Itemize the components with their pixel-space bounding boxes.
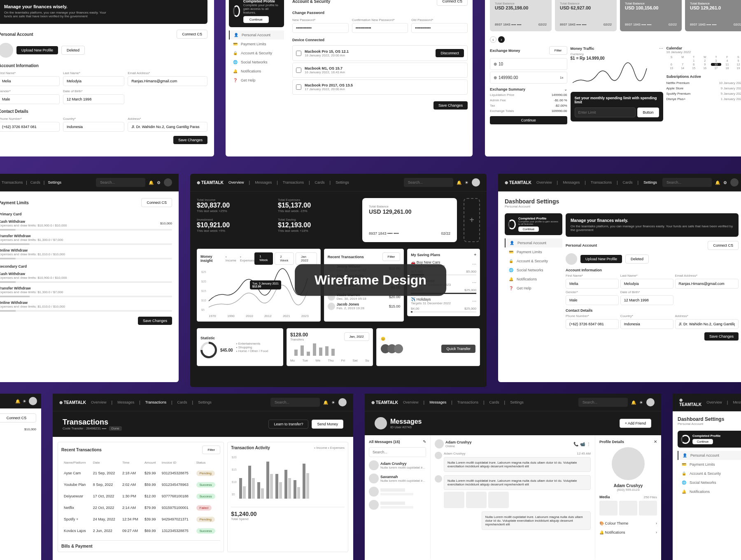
balance-card[interactable]: Total BalanceUSD 100,156.008937 1843 •••… [620, 0, 682, 31]
bell-icon[interactable]: 🔔 [457, 180, 461, 185]
currency-input[interactable]: ⊕149990.001x [490, 72, 567, 84]
thread-item[interactable]: Adam CrushyyNulla lorem mollit cupidatat… [369, 460, 426, 470]
dob-input[interactable] [63, 94, 124, 104]
sidebar-item[interactable]: 🔒Account & Security [505, 257, 562, 266]
credit-card[interactable]: Total Balance USD 129,261.00 8937 1843 •… [362, 198, 457, 242]
avatar[interactable] [29, 397, 37, 405]
table-row[interactable]: Youtube Plan8 Sep, 20222:02 AM$59.999312… [62, 479, 219, 490]
send-money-button[interactable]: Send Money [312, 420, 343, 429]
search-input[interactable] [96, 178, 145, 187]
nav-messages[interactable]: Messages [252, 180, 275, 184]
sun-icon[interactable]: ☀ [23, 399, 26, 404]
sidebar-item[interactable]: 🔔Notifications [505, 275, 562, 284]
email-input[interactable] [128, 76, 207, 86]
limit-input[interactable] [575, 107, 636, 117]
tab-2week[interactable]: 2 Week [275, 252, 294, 265]
nav-cards[interactable]: Cards [312, 180, 328, 184]
nav-prev-icon[interactable]: ‹ [490, 36, 496, 43]
device-checkbox[interactable] [296, 51, 301, 56]
option-row[interactable]: 🎨 Colour Theme› [599, 519, 657, 528]
continue-button[interactable]: Continue [243, 16, 269, 23]
nav-transactions[interactable]: Transactions [280, 180, 307, 184]
currency-input[interactable]: ⊕10 [490, 58, 567, 70]
save-button[interactable]: Save Changes [173, 136, 207, 144]
msg-search-input[interactable] [369, 447, 426, 457]
table-row[interactable]: Spotify +24 May, 202212:34 PM$39.9994294… [62, 514, 219, 525]
new-pw-input[interactable] [292, 23, 349, 33]
chevron-down-icon[interactable]: ⌄ [564, 87, 567, 91]
sidebar-item-social[interactable]: 🌐Social Networks [229, 58, 284, 67]
nav-next-icon[interactable]: › [498, 36, 505, 43]
bell-icon[interactable]: 🔔 [715, 180, 720, 185]
table-row[interactable]: Deiyuewusr17 Oct, 20221:30 PM$12.0093777… [62, 491, 219, 502]
save-button[interactable]: Save Changes [433, 101, 468, 110]
gear-icon[interactable]: ⚙ [723, 180, 727, 185]
edit-icon[interactable]: ✎ [423, 439, 426, 444]
more-icon[interactable]: ⋯ [659, 46, 663, 51]
bell-icon[interactable]: 🔔 [15, 399, 20, 404]
sidebar-item[interactable]: ❓Get Help [505, 284, 562, 293]
nav-overview[interactable]: Overview [225, 180, 247, 184]
balance-card[interactable]: Total BalanceUSD 235,198.008937 1843 •••… [490, 0, 552, 31]
table-row[interactable]: Ayse Cam21 Sep, 20222:18 AM$29.999312345… [62, 468, 219, 478]
tab-week[interactable]: 1 Week [254, 252, 273, 265]
sidebar-item-security[interactable]: 🔒Account & Security [229, 49, 284, 58]
close-icon[interactable]: ✕ [654, 439, 657, 444]
disconnect-button[interactable]: Disconnect [436, 49, 464, 57]
video-icon[interactable]: 📹 [580, 442, 585, 446]
add-friend-button[interactable]: + Add Friend [620, 419, 651, 428]
balance-card[interactable]: Total BalanceUSD 62,927.008937 1843 ••••… [555, 0, 617, 31]
tab-month[interactable]: Jan 2022 [296, 252, 317, 265]
upload-profile-button[interactable]: Upload New Profile [16, 46, 58, 54]
more-icon[interactable]: ⋮ [587, 442, 591, 446]
save-button[interactable]: Save Changes [138, 317, 172, 325]
sidebar-item-notifications[interactable]: 🔔Notifications [229, 67, 284, 76]
sidebar-item-limits[interactable]: 💳Payment Limits [229, 40, 284, 49]
bell-icon[interactable]: 🔔 [149, 180, 154, 185]
connect-cs-button[interactable]: Connect CS [437, 0, 468, 6]
phone-input[interactable] [0, 122, 60, 132]
quick-transfer-button[interactable]: Quick Transfer [441, 345, 475, 353]
nav-settings[interactable]: Settings [332, 180, 352, 184]
confirm-pw-input[interactable] [352, 23, 408, 33]
thread-item[interactable] [369, 487, 426, 497]
avatar[interactable] [164, 178, 172, 187]
more-icon[interactable]: ⋯ [472, 262, 476, 266]
continue-button[interactable]: Continue [490, 116, 567, 124]
search-input[interactable] [270, 398, 320, 407]
last-name-input[interactable] [63, 76, 124, 86]
delete-profile-button[interactable]: Deleted [61, 46, 85, 55]
avatar[interactable] [472, 178, 480, 187]
learn-button[interactable]: Learn to transfer? [268, 420, 308, 429]
sidebar-item[interactable]: 💳Payment Limits [505, 247, 562, 257]
sidebar-item[interactable]: 👤Personal Account [505, 238, 562, 247]
search-input[interactable] [578, 398, 628, 407]
old-pw-input[interactable] [411, 23, 468, 33]
device-checkbox[interactable] [296, 84, 301, 90]
gender-input[interactable] [0, 94, 60, 104]
calendar-grid[interactable]: SMTWTFS 12345 6789101112 13141516171819 [666, 56, 741, 70]
filter-button[interactable]: Filter [202, 446, 220, 454]
plan-row[interactable]: ✈️ HolidaysTargets 31 December 2022⋯$4,0… [411, 297, 476, 313]
thread-item[interactable]: SavannahNulla lorem mollit cupidatat ir.… [369, 474, 426, 483]
thread-item[interactable] [369, 500, 426, 510]
phone-icon[interactable]: 📞 [573, 442, 578, 446]
table-row[interactable]: Kovács Lajos2 Jun, 202209:27 AM$69.99131… [62, 525, 219, 536]
sun-icon[interactable]: ☀ [465, 180, 468, 185]
table-row[interactable]: Netflix22 Oct, 20222:14 AM$79.9993159751… [62, 502, 219, 513]
search-input[interactable] [404, 178, 453, 187]
device-checkbox[interactable] [296, 68, 301, 73]
balance-card[interactable]: Total BalanceUSD 129,261.08937 1843 ••••… [685, 0, 741, 31]
option-row[interactable]: 🔔 Notifications› [599, 528, 657, 537]
first-name-input[interactable] [0, 76, 60, 86]
limit-button[interactable]: Button [637, 107, 659, 117]
country-input[interactable] [63, 122, 124, 132]
sidebar-item[interactable]: 🌐Social Networks [505, 266, 562, 275]
search-input[interactable] [662, 178, 712, 187]
filter-button[interactable]: Filter [382, 252, 401, 261]
address-input[interactable] [128, 122, 207, 132]
filter-button[interactable]: Filter [549, 46, 567, 55]
connect-cs-button[interactable]: Connect CS [177, 30, 207, 39]
sidebar-item-help[interactable]: ❓Get Help [229, 76, 284, 85]
add-card-button[interactable]: + [464, 198, 480, 242]
